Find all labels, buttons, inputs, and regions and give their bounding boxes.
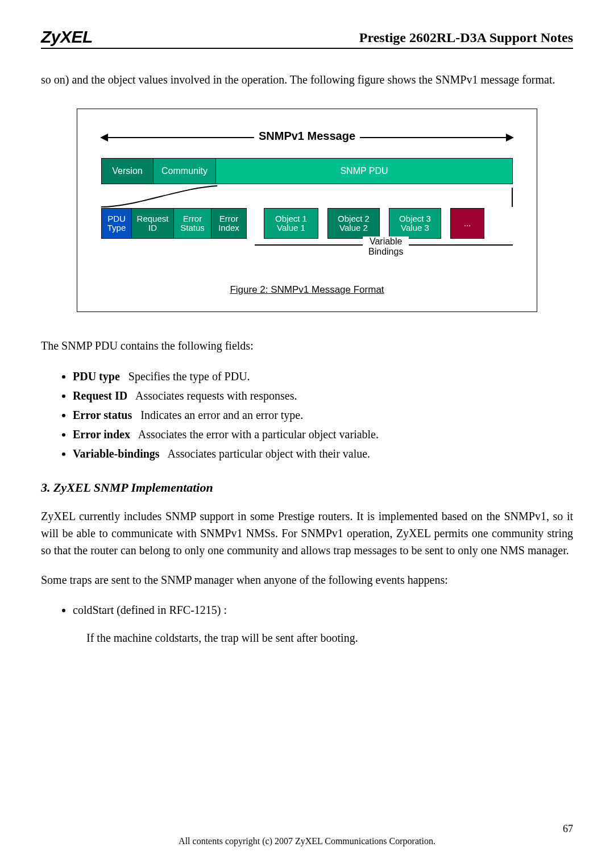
section3-heading: 3. ZyXEL SNMP Implementation xyxy=(41,480,573,495)
arrowhead-left-icon xyxy=(100,134,108,142)
figure-box: SNMPv1 Message Version Community SNMP PD… xyxy=(77,109,537,312)
section3-paragraph1: ZyXEL currently includes SNMP support in… xyxy=(41,508,573,559)
footer-copyright: All contents copyright (c) 2007 ZyXEL Co… xyxy=(0,836,614,846)
variable-bindings-label-row: Variable Bindings xyxy=(96,242,518,267)
cell-object3: Object 3 Value 3 xyxy=(389,208,441,239)
pdu-fields-list: PDU type Specifies the type of PDU. Requ… xyxy=(73,367,573,463)
cell-error-status: Error Status xyxy=(174,208,211,239)
cell-snmp-pdu: SNMP PDU xyxy=(216,158,513,184)
cell-object1: Object 1 Value 1 xyxy=(264,208,318,239)
arrowhead-right-icon xyxy=(506,134,514,142)
section3-paragraph2: Some traps are sent to the SNMP manager … xyxy=(41,571,573,588)
traps-list: coldStart (defined in RFC-1215) : xyxy=(73,601,573,619)
cell-version: Version xyxy=(101,158,154,184)
figure-caption: Figure 2: SNMPv1 Message Format xyxy=(96,284,518,296)
logo: ZyXEL xyxy=(41,27,93,47)
snmpv1-message-arrow: SNMPv1 Message xyxy=(101,130,513,146)
trap1-description: If the machine coldstarts, the trap will… xyxy=(86,632,573,645)
variable-bindings-label: Variable Bindings xyxy=(363,236,409,256)
list-item: Error status Indicates an error and an e… xyxy=(73,405,573,425)
page-title: Prestige 2602RL-D3A Support Notes xyxy=(359,30,573,47)
cell-request-id: Request ID xyxy=(132,208,174,239)
figure-row1: Version Community SNMP PDU xyxy=(101,158,513,184)
list-item: PDU type Specifies the type of PDU. xyxy=(73,367,573,386)
connector-swoosh xyxy=(101,184,513,208)
snmpv1-message-label: SNMPv1 Message xyxy=(254,130,360,143)
cell-ellipsis: ... xyxy=(450,208,484,239)
list-item: coldStart (defined in RFC-1215) : xyxy=(73,601,573,619)
list-item: Request ID Associates requests with resp… xyxy=(73,386,573,405)
page-header: ZyXEL Prestige 2602RL-D3A Support Notes xyxy=(41,27,573,49)
pdu-fields-intro: The SNMP PDU contains the following fiel… xyxy=(41,337,573,354)
cell-community: Community xyxy=(154,158,216,184)
page-number: 67 xyxy=(563,823,573,835)
list-item: Error index Associates the error with a … xyxy=(73,425,573,444)
cell-pdu-type: PDU Type xyxy=(101,208,132,239)
cell-object2: Object 2 Value 2 xyxy=(327,208,380,239)
intro-paragraph: so on) and the object values involved in… xyxy=(41,72,573,88)
cell-error-index: Error Index xyxy=(211,208,247,239)
list-item: Variable-bindings Associates particular … xyxy=(73,444,573,463)
figure-row2: PDU Type Request ID Error Status Error I… xyxy=(101,208,513,239)
